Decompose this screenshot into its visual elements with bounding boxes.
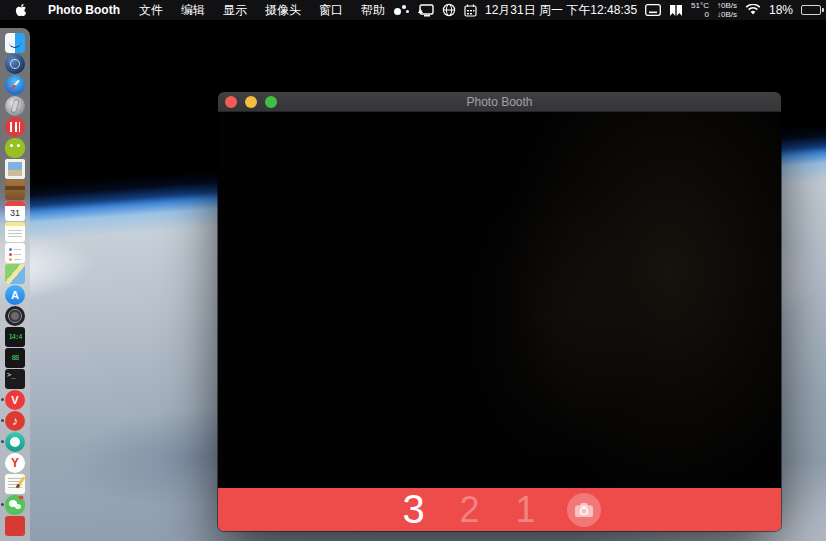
minimize-button[interactable] [245, 96, 257, 108]
netease-cloud-music-icon: ♪ [5, 411, 25, 431]
running-indicator [1, 398, 4, 401]
menubar-clock[interactable]: 12月31日 周一 下午12:48:35 [485, 2, 637, 19]
launchpad-icon [5, 96, 25, 116]
countdown-bar: 3 2 1 [218, 488, 781, 531]
traffic-lights [225, 96, 277, 108]
led-clock-icon: 14:4 [5, 327, 25, 347]
stamp-photo-icon [5, 159, 25, 179]
dock-item-red-lines-app[interactable] [0, 116, 30, 137]
photo-booth-window: Photo Booth 3 2 1 [218, 92, 781, 531]
vivaldi-icon: V [5, 390, 25, 410]
menu-help[interactable]: 帮助 [352, 2, 394, 19]
dock-item-led-counter-widget[interactable]: 88 [0, 347, 30, 368]
display-mirroring-icon[interactable] [418, 4, 434, 17]
dock-item-terminal[interactable]: >_ [0, 368, 30, 389]
red-partial-app-icon [5, 516, 25, 536]
leather-book-icon [5, 180, 25, 200]
dock-item-reminders[interactable] [0, 242, 30, 263]
dock-item-finder[interactable] [0, 32, 30, 53]
red-lines-app-icon [5, 117, 25, 137]
running-indicator [1, 419, 4, 422]
flags-icon[interactable] [669, 4, 683, 17]
dock-item-led-clock-widget[interactable]: 14:4 [0, 326, 30, 347]
countdown-3: 3 [399, 488, 429, 531]
menu-bar: Photo Booth 文件 编辑 显示 摄像头 窗口 帮助 12月31日 周一… [0, 0, 826, 20]
dock-item-calendar[interactable]: 31 [0, 200, 30, 221]
blue-circle-app-icon [5, 54, 25, 74]
menu-camera[interactable]: 摄像头 [256, 2, 310, 19]
temperature-sub: 0 [704, 10, 708, 19]
dock-item-textedit[interactable] [0, 473, 30, 494]
download-speed: ↓0B/s [717, 10, 737, 19]
dock-item-wechat[interactable] [0, 494, 30, 515]
menu-edit[interactable]: 编辑 [172, 2, 214, 19]
dock-item-yandex[interactable]: Y [0, 452, 30, 473]
active-app-name[interactable]: Photo Booth [38, 3, 130, 17]
menu-view[interactable]: 显示 [214, 2, 256, 19]
dock-item-safari[interactable] [0, 74, 30, 95]
terminal-icon: >_ [5, 369, 25, 389]
globe-icon[interactable] [442, 3, 456, 17]
countdown-2: 2 [455, 488, 485, 531]
dock-item-stamp-photo-app[interactable] [0, 158, 30, 179]
yandex-icon: Y [5, 453, 25, 473]
safari-icon [5, 75, 25, 95]
take-photo-button[interactable] [567, 493, 601, 527]
battery-percent[interactable]: 18% [769, 3, 793, 17]
dock-item-notes[interactable] [0, 221, 30, 242]
android-icon [5, 138, 25, 158]
dock-item-blue-circle-app[interactable] [0, 53, 30, 74]
window-title: Photo Booth [218, 95, 781, 109]
calendar-icon[interactable] [464, 4, 477, 17]
dock-item-red-partial-app[interactable] [0, 515, 30, 536]
upload-speed: ↑0B/s [717, 1, 737, 10]
network-speed-widget[interactable]: ↑0B/s ↓0B/s [717, 1, 737, 19]
apple-menu-icon[interactable] [14, 3, 28, 17]
led-counter-icon: 88 [5, 348, 25, 368]
wifi-icon[interactable] [745, 4, 761, 16]
countdown-1: 1 [511, 488, 541, 531]
reminders-icon [5, 243, 25, 263]
battery-icon[interactable] [801, 5, 824, 15]
notes-icon [5, 222, 25, 242]
camera-preview [218, 112, 781, 488]
calendar-app-icon: 31 [5, 201, 25, 221]
keyboard-icon[interactable] [645, 4, 661, 16]
dock-item-android-app[interactable] [0, 137, 30, 158]
menu-file[interactable]: 文件 [130, 2, 172, 19]
zoom-button[interactable] [265, 96, 277, 108]
maps-icon [5, 264, 25, 284]
dock-item-dark-wheel-app[interactable] [0, 305, 30, 326]
menu-window[interactable]: 窗口 [310, 2, 352, 19]
app-store-icon: A [5, 285, 25, 305]
camera-icon [574, 502, 594, 518]
dots-icon[interactable] [394, 4, 410, 16]
dock-item-vivaldi[interactable]: V [0, 389, 30, 410]
dock: 31 A 14:4 88 >_ V ♪ Y [0, 28, 30, 541]
close-button[interactable] [225, 96, 237, 108]
textedit-icon [5, 474, 25, 494]
teal-camera-app-icon [5, 432, 25, 452]
temperature-widget[interactable]: 51°C 0 [691, 1, 709, 19]
finder-icon [5, 33, 25, 53]
dark-wheel-app-icon [5, 306, 25, 326]
dock-item-leather-book-app[interactable] [0, 179, 30, 200]
dock-item-app-store[interactable]: A [0, 284, 30, 305]
window-titlebar[interactable]: Photo Booth [218, 92, 781, 112]
temperature-value: 51°C [691, 1, 709, 10]
dock-item-netease-cloud-music[interactable]: ♪ [0, 410, 30, 431]
dock-item-teal-camera-app[interactable] [0, 431, 30, 452]
running-indicator [1, 503, 4, 506]
wechat-icon [5, 495, 25, 515]
calendar-day: 31 [5, 206, 25, 221]
dock-item-launchpad[interactable] [0, 95, 30, 116]
running-indicator [1, 440, 4, 443]
dock-item-maps[interactable] [0, 263, 30, 284]
